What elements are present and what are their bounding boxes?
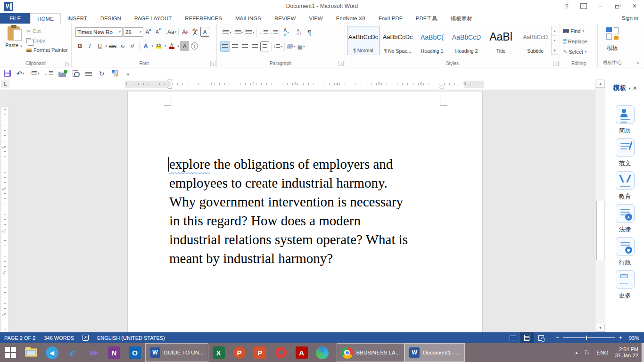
qat-template-button[interactable] — [111, 69, 119, 78]
enclose-characters-button[interactable]: 字 — [190, 41, 199, 51]
increase-indent-button[interactable]: → — [269, 27, 278, 37]
tab-page-layout[interactable]: PAGE LAYOUT — [128, 13, 178, 24]
styles-scroll-down-icon[interactable]: ▾ — [552, 36, 558, 45]
tab-mailings[interactable]: MAILINGS — [229, 13, 268, 24]
file-explorer-button[interactable] — [21, 343, 41, 362]
print-preview-button[interactable] — [71, 69, 80, 78]
kmplayer-button[interactable]: ▶▶ — [83, 343, 104, 362]
panel-dropdown-icon[interactable]: ▾ — [628, 86, 630, 90]
panel-item-resume[interactable]: 简历 — [605, 105, 644, 135]
panel-item-legal[interactable]: ★ 法律 — [605, 204, 644, 234]
acrobat-button[interactable]: A — [291, 343, 312, 362]
font-dialog-launcher-icon[interactable]: ↘ — [210, 61, 215, 66]
numbering-button[interactable]: ▾ — [232, 27, 243, 37]
powerpoint-button[interactable]: P — [229, 343, 250, 362]
grow-font-button[interactable]: A▲ — [144, 27, 153, 37]
scroll-up-icon[interactable]: ▲ — [596, 80, 605, 88]
onenote-button[interactable]: N — [104, 343, 124, 362]
telegram-button[interactable]: ◀ — [41, 343, 62, 362]
panel-item-more[interactable]: 更多 — [605, 270, 644, 300]
style-normal[interactable]: AaBbCcDc ¶ Normal — [347, 26, 380, 55]
tab-template-material[interactable]: 模板素材 — [444, 13, 479, 24]
zoom-out-button[interactable]: − — [556, 334, 560, 341]
align-left-button[interactable] — [221, 41, 230, 51]
customize-qat-icon[interactable]: —▾ — [124, 69, 132, 78]
tab-home[interactable]: HOME — [30, 13, 61, 24]
word-task-guide[interactable]: W GUIDE TO UN... — [145, 343, 208, 362]
word-count[interactable]: 346 WORDS — [44, 335, 74, 341]
style-subtitle[interactable]: AaBbCcD Subtitle — [519, 26, 552, 55]
shrink-font-button[interactable]: A▼ — [154, 27, 163, 37]
template-button[interactable]: 模板 — [598, 27, 627, 52]
refresh-button[interactable]: ↻ — [98, 69, 106, 78]
tab-references[interactable]: REFERENCES — [178, 13, 229, 24]
underline-dropdown-icon[interactable]: ▾ — [106, 44, 107, 48]
clipboard-dialog-launcher-icon[interactable]: ↘ — [65, 61, 70, 66]
tab-pdf-tools[interactable]: PDF工具 — [409, 13, 444, 24]
styles-dialog-launcher-icon[interactable]: ↘ — [553, 61, 559, 66]
read-mode-button[interactable] — [506, 332, 520, 343]
font-size-combo[interactable]: 26▾ — [124, 27, 143, 37]
highlight-dropdown-icon[interactable]: ▾ — [165, 44, 166, 48]
word-task-document1[interactable]: W Document1 - ... — [405, 343, 465, 362]
print-layout-button[interactable] — [520, 332, 534, 343]
undo-button[interactable]: ↶▾ — [16, 69, 25, 78]
panel-item-administrative[interactable]: 行政 — [605, 237, 644, 267]
decrease-indent-button[interactable]: ← — [259, 27, 268, 37]
paragraph-dialog-launcher-icon[interactable]: ↘ — [339, 61, 344, 66]
tab-foxit-pdf[interactable]: Foxit PDF — [372, 13, 409, 24]
zoom-in-button[interactable]: + — [619, 334, 622, 341]
close-icon[interactable]: × — [628, 1, 641, 11]
restore-icon[interactable] — [611, 1, 624, 11]
hanging-indent-marker[interactable] — [167, 85, 172, 88]
font-color-button[interactable]: A — [167, 41, 176, 51]
clock[interactable]: 2:54 PM 31-Jan-22 — [615, 346, 638, 359]
page-indicator[interactable]: PAGE 2 OF 2 — [4, 335, 35, 341]
clear-formatting-button[interactable]: A◆ — [181, 27, 190, 37]
tab-view[interactable]: VIEW — [302, 13, 329, 24]
italic-button[interactable]: I — [85, 41, 94, 51]
bullets-button[interactable]: ▾ — [221, 27, 231, 37]
tab-endnote[interactable]: EndNote X8 — [330, 13, 372, 24]
zoom-percentage[interactable]: 93% — [622, 335, 639, 341]
sort-button[interactable]: AZ↓ — [295, 27, 304, 37]
style-no-spacing[interactable]: AaBbCcDc ¶ No Spac... — [381, 26, 414, 55]
document-page[interactable]: explore the obligations of employers and… — [127, 91, 483, 332]
align-right-button[interactable] — [240, 41, 249, 51]
shading-button[interactable]: ▾ — [287, 41, 296, 51]
right-indent-marker[interactable] — [439, 85, 444, 88]
qat-numbering-button[interactable]: ▾ — [29, 69, 40, 78]
cut-button[interactable]: ✂ Cut — [26, 26, 68, 36]
text-effects-dropdown-icon[interactable]: ▾ — [152, 44, 154, 48]
tab-selector-button[interactable]: L — [1, 80, 9, 88]
zoom-slider-thumb[interactable] — [586, 335, 587, 340]
styles-scroll-up-icon[interactable]: ▴ — [552, 26, 558, 36]
edge-button[interactable] — [312, 343, 333, 362]
tab-design[interactable]: DESIGN — [94, 13, 128, 24]
asian-layout-button[interactable]: A⇄▾ — [282, 27, 291, 37]
scrollbar-thumb[interactable] — [596, 201, 604, 260]
tab-insert[interactable]: INSERT — [61, 13, 94, 24]
vertical-scrollbar[interactable]: ▲ ▼ — [595, 79, 605, 332]
text-effects-button[interactable]: A — [141, 41, 150, 51]
bold-button[interactable]: B — [75, 41, 84, 51]
panel-item-education[interactable]: 教育 — [605, 171, 644, 201]
borders-button[interactable]: ▦▾ — [297, 41, 305, 51]
select-button[interactable]: ↖ Select ▾ — [563, 47, 586, 56]
panel-item-sample-essays[interactable]: 范文 — [605, 138, 644, 168]
collapse-ribbon-icon[interactable]: ∧ — [636, 60, 639, 65]
format-painter-button[interactable]: Format Painter — [26, 45, 68, 55]
style-title[interactable]: AaBl Title — [485, 26, 517, 55]
draft-view-button[interactable] — [84, 69, 93, 78]
input-language-indicator[interactable]: ENG — [597, 350, 609, 355]
phonetic-guide-button[interactable]: abcA — [190, 27, 199, 37]
copy-button[interactable]: Copy — [26, 36, 68, 45]
help-icon[interactable]: ? — [560, 1, 573, 11]
line-spacing-button[interactable]: ↕▾ — [273, 41, 282, 51]
internet-explorer-button[interactable]: e — [62, 343, 83, 362]
vertical-ruler[interactable]: 1 2 3 4 5 — [0, 90, 9, 332]
paste-button[interactable]: Paste ▾ — [4, 25, 24, 58]
subscript-button[interactable]: x₂ — [118, 41, 127, 51]
sign-in-link[interactable]: Sign in — [622, 15, 638, 21]
character-border-button[interactable]: A — [200, 27, 209, 37]
